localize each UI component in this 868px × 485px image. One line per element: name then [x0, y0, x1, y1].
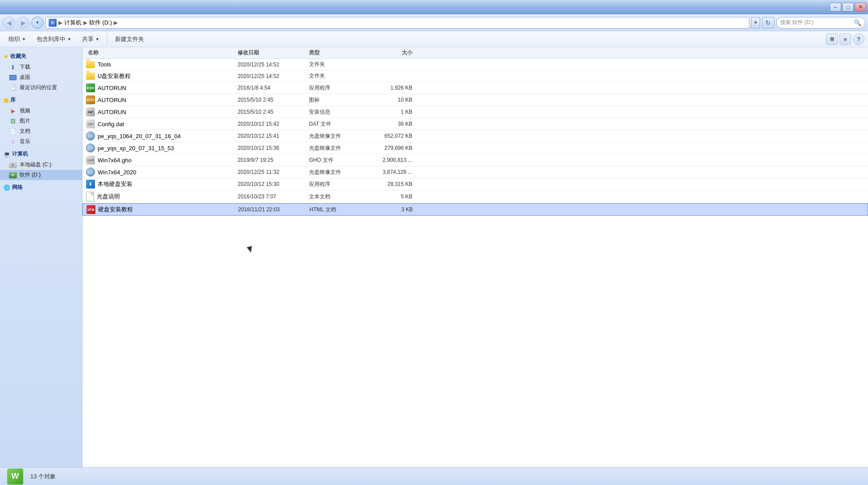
- sidebar-item[interactable]: 🖼图片: [0, 116, 82, 126]
- sidebar-item[interactable]: ♫音乐: [0, 136, 82, 147]
- col-header-type[interactable]: 类型: [309, 49, 362, 57]
- col-header-date[interactable]: 修改日期: [238, 49, 309, 57]
- sidebar-item[interactable]: 桌面: [0, 72, 82, 82]
- address-bar-dropdown[interactable]: ▼: [751, 17, 760, 29]
- file-date: 2016/11/21 22:03: [238, 206, 309, 213]
- file-name-cell: ICO AUTORUN: [86, 95, 238, 104]
- sidebar-item-label: 音乐: [20, 138, 30, 145]
- sidebar-item[interactable]: ▶视频: [0, 106, 82, 116]
- file-name: 本地硬盘安装: [98, 180, 132, 188]
- refresh-button[interactable]: ↻: [762, 17, 774, 29]
- sidebar: ★收藏夹⬇下载桌面🕐最近访问的位置▣库▶视频🖼图片📄文档♫音乐💻计算机C本地磁盘…: [0, 47, 82, 467]
- table-row[interactable]: 光盘说明 2016/10/23 7:07 文本文档 5 KB: [82, 190, 868, 203]
- file-type: 文件夹: [309, 61, 362, 68]
- minimize-button[interactable]: ─: [830, 3, 841, 12]
- sidebar-section-header[interactable]: ★收藏夹: [0, 51, 82, 62]
- file-name: U盘安装教程: [98, 72, 131, 80]
- sidebar-item-label: 视频: [20, 107, 30, 115]
- sidebar-item-label: 软件 (D:): [20, 171, 41, 179]
- file-name-cell: ⬇ 本地硬盘安装: [86, 180, 238, 189]
- sidebar-item-label: 图片: [20, 117, 30, 125]
- sidebar-section-header[interactable]: 🌐网络: [0, 182, 82, 193]
- table-row[interactable]: ISO Win7x64_2020 2020/12/25 11:32 光盘映像文件…: [82, 166, 868, 178]
- file-name-cell: INF AUTORUN: [86, 107, 238, 116]
- table-row[interactable]: HTM 硬盘安装教程 2016/11/21 22:03 HTML 文档 3 KB: [82, 203, 868, 216]
- file-icon: INF: [86, 107, 95, 116]
- file-name-cell: HTM 硬盘安装教程: [86, 205, 238, 214]
- sidebar-item[interactable]: 📄文档: [0, 126, 82, 136]
- file-type: 光盘映像文件: [309, 132, 362, 140]
- table-row[interactable]: U盘安装教程 2020/12/25 14:52 文件夹: [82, 70, 868, 82]
- table-row[interactable]: ISO pe_yqs_xp_20_07_31_15_53 2020/10/12 …: [82, 142, 868, 154]
- path-separator-1: ▶: [58, 20, 62, 26]
- file-list-header: 名称 修改日期 类型 大小: [82, 47, 868, 59]
- path-drive: 软件 (D:): [89, 19, 112, 27]
- table-row[interactable]: ICO AUTORUN 2015/5/10 2:45 图标 10 KB: [82, 94, 868, 106]
- new-folder-button[interactable]: 新建文件夹: [110, 33, 149, 45]
- sidebar-item[interactable]: C本地磁盘 (C:): [0, 160, 82, 170]
- close-button[interactable]: ✕: [855, 3, 866, 12]
- help-button[interactable]: ?: [853, 33, 864, 45]
- maximize-button[interactable]: □: [842, 3, 854, 12]
- file-icon: ISO: [86, 168, 95, 177]
- table-row[interactable]: INF AUTORUN 2015/5/10 2:45 安装信息 1 KB: [82, 106, 868, 118]
- new-folder-label: 新建文件夹: [115, 35, 144, 43]
- file-name-cell: 光盘说明: [86, 192, 238, 201]
- file-date: 2020/12/25 14:52: [238, 62, 309, 68]
- table-row[interactable]: ISO pe_yqs_1064_20_07_31_16_04 2020/10/1…: [82, 130, 868, 142]
- sidebar-section-header[interactable]: 💻计算机: [0, 148, 82, 160]
- path-separator-3: ▶: [114, 20, 118, 26]
- file-size: 2,900,813 ...: [362, 157, 416, 163]
- file-size: 28,315 KB: [362, 181, 416, 187]
- file-type: 光盘映像文件: [309, 169, 362, 176]
- view-toggle-button[interactable]: ⊞: [826, 33, 838, 45]
- path-computer: 计算机: [64, 19, 82, 27]
- sidebar-section-header[interactable]: ▣库: [0, 95, 82, 106]
- share-label: 共享: [82, 35, 94, 43]
- table-row[interactable]: ⬇ 本地硬盘安装 2020/10/12 15:30 应用程序 28,315 KB: [82, 178, 868, 190]
- file-name: 硬盘安装教程: [98, 206, 133, 214]
- file-type: 应用程序: [309, 84, 362, 92]
- window-controls: ─ □ ✕: [830, 3, 866, 12]
- table-row[interactable]: GHO Win7x64.gho 2019/9/7 19:25 GHO 文件 2,…: [82, 154, 868, 166]
- address-bar[interactable]: ⊞ ▶ 计算机 ▶ 软件 (D:) ▶: [45, 17, 749, 29]
- col-header-name[interactable]: 名称: [86, 49, 238, 57]
- table-row[interactable]: EXE AUTORUN 2016/1/8 4:54 应用程序 1,926 KB: [82, 82, 868, 94]
- table-row[interactable]: Tools 2020/12/25 14:52 文件夹: [82, 59, 868, 70]
- forward-button[interactable]: ▶: [17, 16, 29, 29]
- recent-locations-button[interactable]: ▼: [31, 16, 44, 29]
- file-date: 2020/10/12 15:42: [238, 121, 309, 127]
- file-area: 名称 修改日期 类型 大小 Tools 2020/12/25 14:52 文件夹…: [82, 47, 868, 467]
- file-date: 2020/12/25 11:32: [238, 169, 309, 175]
- view-list-button[interactable]: ≡: [839, 33, 851, 45]
- path-separator-2: ▶: [83, 20, 87, 26]
- sidebar-item[interactable]: 🕐最近访问的位置: [0, 82, 82, 93]
- sidebar-item-label: 本地磁盘 (C:): [20, 161, 51, 169]
- file-name: Config.dat: [98, 121, 124, 127]
- share-button[interactable]: 共享 ▼: [77, 33, 104, 45]
- file-name: pe_yqs_xp_20_07_31_15_53: [98, 145, 174, 152]
- sidebar-item-label: 最近访问的位置: [20, 84, 57, 91]
- file-name-cell: U盘安装教程: [86, 72, 238, 80]
- include-library-button[interactable]: 包含到库中 ▼: [32, 33, 76, 45]
- file-size: 1 KB: [362, 109, 416, 115]
- path-computer-icon: ⊞: [49, 19, 57, 27]
- back-button[interactable]: ◀: [3, 16, 15, 29]
- file-size: 10 KB: [362, 97, 416, 103]
- table-row[interactable]: DAT Config.dat 2020/10/12 15:42 DAT 文件 3…: [82, 118, 868, 130]
- toolbar: 组织 ▼ 包含到库中 ▼ 共享 ▼ 新建文件夹 ⊞ ≡ ?: [0, 31, 868, 47]
- file-icon: [86, 192, 94, 201]
- file-date: 2020/10/12 15:36: [238, 145, 309, 151]
- sidebar-item[interactable]: D软件 (D:): [0, 170, 82, 180]
- file-icon: ISO: [86, 132, 95, 140]
- file-size: 5 KB: [362, 193, 416, 200]
- file-name-cell: GHO Win7x64.gho: [86, 156, 238, 164]
- file-icon: EXE: [86, 83, 95, 92]
- search-box: 搜索 软件 (D:) 🔍: [776, 17, 865, 29]
- sidebar-item[interactable]: ⬇下载: [0, 62, 82, 72]
- organize-button[interactable]: 组织 ▼: [4, 33, 31, 45]
- search-placeholder: 搜索 软件 (D:): [780, 19, 814, 26]
- col-header-size[interactable]: 大小: [362, 49, 416, 57]
- search-icon[interactable]: 🔍: [854, 19, 861, 26]
- file-name: 光盘说明: [97, 193, 120, 201]
